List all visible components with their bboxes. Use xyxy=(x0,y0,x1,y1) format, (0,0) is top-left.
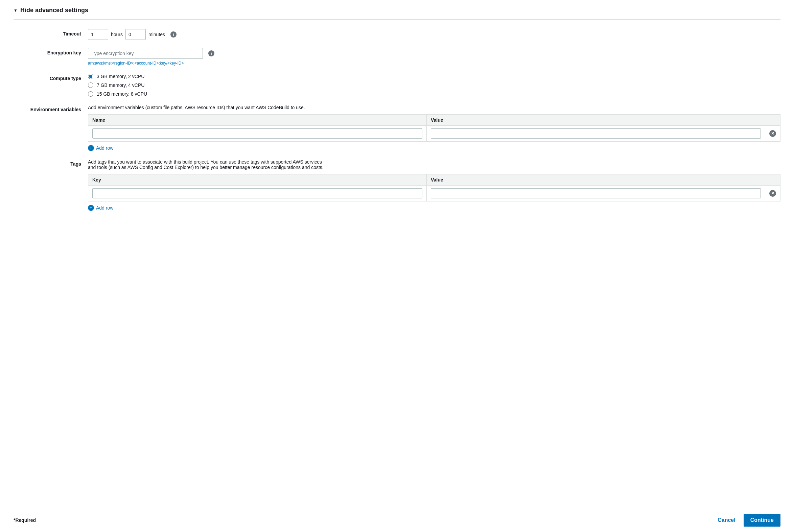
tags-row: Tags Add tags that you want to associate… xyxy=(14,159,780,211)
environment-variables-control: Add environment variables (custom file p… xyxy=(88,105,780,151)
hours-unit-label: hours xyxy=(111,32,123,37)
timeout-minutes-input[interactable] xyxy=(126,29,146,40)
encryption-key-row: Encryption key i arn:aws:kms:<region-ID>… xyxy=(14,48,780,65)
tags-value-input[interactable] xyxy=(431,188,761,198)
timeout-hours-input[interactable] xyxy=(88,29,108,40)
compute-option-15gb[interactable]: 15 GB memory, 8 vCPU xyxy=(88,91,780,97)
compute-label-3gb: 3 GB memory, 2 vCPU xyxy=(97,74,144,79)
env-remove-button[interactable]: ✕ xyxy=(769,130,776,137)
timeout-inputs: hours minutes i xyxy=(88,29,780,40)
env-remove-icon: ✕ xyxy=(769,130,776,137)
env-name-input[interactable] xyxy=(92,129,422,138)
tags-key-input[interactable] xyxy=(92,188,422,198)
env-action-column-header xyxy=(765,115,780,126)
compute-label-15gb: 15 GB memory, 8 vCPU xyxy=(97,91,147,97)
chevron-down-icon: ▼ xyxy=(14,8,18,13)
advanced-settings-label: Hide advanced settings xyxy=(20,7,88,14)
encryption-key-label: Encryption key xyxy=(14,48,88,55)
page-footer: *Required Cancel Continue xyxy=(0,508,794,532)
compute-radio-3gb[interactable] xyxy=(88,74,93,79)
compute-option-3gb[interactable]: 3 GB memory, 2 vCPU xyxy=(88,74,780,79)
timeout-row: Timeout hours minutes i xyxy=(14,29,780,40)
env-remove-cell: ✕ xyxy=(765,126,780,141)
tags-add-row-button[interactable]: + Add row xyxy=(88,205,113,211)
tags-table-header-row: Key Value xyxy=(88,174,780,186)
environment-variables-row: Environment variables Add environment va… xyxy=(14,105,780,151)
compute-type-radio-group: 3 GB memory, 2 vCPU 7 GB memory, 4 vCPU … xyxy=(88,74,780,97)
minutes-unit-label: minutes xyxy=(148,32,165,37)
env-table-header-row: Name Value xyxy=(88,115,780,126)
env-variables-description: Add environment variables (custom file p… xyxy=(88,105,780,110)
continue-button[interactable]: Continue xyxy=(744,514,780,527)
tags-add-row-label: Add row xyxy=(96,205,113,211)
main-content: ▼ Hide advanced settings Timeout hours m… xyxy=(0,0,794,508)
env-table-row: ✕ xyxy=(88,126,780,141)
encryption-key-hint: arn:aws:kms:<region-ID>:<account-ID>:key… xyxy=(88,61,780,65)
tags-remove-button[interactable]: ✕ xyxy=(769,190,776,197)
tags-value-cell xyxy=(427,186,765,202)
tags-table-row: ✕ xyxy=(88,186,780,202)
encryption-key-input[interactable] xyxy=(88,48,203,59)
env-name-column-header: Name xyxy=(88,115,427,126)
env-add-row-icon: + xyxy=(88,145,94,151)
tags-table: Key Value xyxy=(88,174,780,202)
advanced-settings-toggle[interactable]: ▼ Hide advanced settings xyxy=(14,7,780,20)
tags-key-cell xyxy=(88,186,427,202)
env-add-row-label: Add row xyxy=(96,145,113,151)
env-name-cell xyxy=(88,126,427,141)
env-value-cell xyxy=(427,126,765,141)
encryption-key-info-icon[interactable]: i xyxy=(208,50,215,56)
timeout-control: hours minutes i xyxy=(88,29,780,40)
cancel-button[interactable]: Cancel xyxy=(714,514,739,526)
environment-variables-label: Environment variables xyxy=(14,105,88,112)
compute-type-row: Compute type 3 GB memory, 2 vCPU 7 GB me… xyxy=(14,74,780,97)
tags-remove-icon: ✕ xyxy=(769,190,776,197)
tags-key-column-header: Key xyxy=(88,174,427,186)
env-value-column-header: Value xyxy=(427,115,765,126)
page-wrapper: ▼ Hide advanced settings Timeout hours m… xyxy=(0,0,794,532)
compute-label-7gb: 7 GB memory, 4 vCPU xyxy=(97,82,144,88)
timeout-label: Timeout xyxy=(14,29,88,37)
compute-type-label: Compute type xyxy=(14,74,88,81)
tags-add-row-icon: + xyxy=(88,205,94,211)
tags-remove-cell: ✕ xyxy=(765,186,780,202)
env-add-row-button[interactable]: + Add row xyxy=(88,145,113,151)
tags-action-column-header xyxy=(765,174,780,186)
compute-radio-7gb[interactable] xyxy=(88,82,93,88)
tags-control: Add tags that you want to associate with… xyxy=(88,159,780,211)
env-variables-table: Name Value xyxy=(88,114,780,141)
env-value-input[interactable] xyxy=(431,129,761,138)
compute-type-control: 3 GB memory, 2 vCPU 7 GB memory, 4 vCPU … xyxy=(88,74,780,97)
footer-actions: Cancel Continue xyxy=(714,514,780,527)
compute-option-7gb[interactable]: 7 GB memory, 4 vCPU xyxy=(88,82,780,88)
compute-radio-15gb[interactable] xyxy=(88,91,93,97)
timeout-info-icon[interactable]: i xyxy=(170,32,177,38)
tags-label: Tags xyxy=(14,159,88,167)
required-note: *Required xyxy=(14,517,36,523)
tags-description: Add tags that you want to associate with… xyxy=(88,159,325,170)
tags-value-column-header: Value xyxy=(427,174,765,186)
encryption-key-control: i arn:aws:kms:<region-ID>:<account-ID>:k… xyxy=(88,48,780,65)
